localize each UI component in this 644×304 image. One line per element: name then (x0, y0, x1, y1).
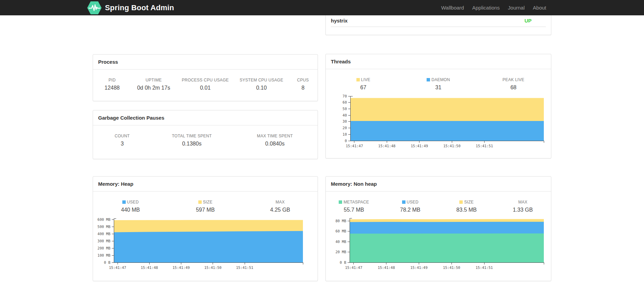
metric-value: 3 (93, 141, 151, 147)
metric-value: 440 MB (93, 207, 168, 213)
metric-label: LIVE (326, 77, 401, 82)
nav-item-about[interactable]: About (529, 0, 551, 15)
series-daemon (350, 121, 544, 141)
svg-text:15:41:48: 15:41:48 (378, 265, 395, 270)
series-used (114, 231, 303, 262)
metric-label: SYSTEM CPU USAGE (234, 78, 288, 82)
legend-square-icon (356, 78, 360, 81)
threads-metrics: LIVE67DAEMON31PEAK LIVE68 (326, 69, 551, 94)
metric-daemon: DAEMON31 (401, 77, 476, 94)
metric-label: PID (93, 78, 131, 82)
metric-peak-live: PEAK LIVE68 (476, 77, 551, 94)
svg-text:0 B: 0 B (340, 260, 346, 264)
svg-text:200 MB: 200 MB (97, 246, 110, 250)
metric-pid: PID12488 (93, 78, 131, 91)
metric-label: MAX TIME SPENT (232, 134, 318, 138)
metric-label: PROCESS CPU USAGE (176, 78, 234, 82)
svg-text:15:41:51: 15:41:51 (236, 265, 254, 270)
svg-text:15:41:47: 15:41:47 (346, 144, 363, 148)
memory-nonheap-panel: Memory: Non heap METASPACE55.7 MBUSED78.… (325, 176, 551, 281)
metric-value: 4.25 GB (243, 207, 318, 213)
legend-square-icon (339, 200, 342, 204)
metric-max-time-spent: MAX TIME SPENT0.0840s (232, 134, 318, 147)
metric-value: 0.1380s (151, 141, 232, 147)
metric-value: 0.0840s (232, 141, 318, 147)
threads-chart: 01020304050607015:41:4715:41:4815:41:491… (326, 94, 552, 149)
legend-square-icon (427, 78, 430, 81)
svg-text:80 MB: 80 MB (335, 219, 346, 223)
svg-text:15:41:47: 15:41:47 (345, 265, 363, 270)
memory-heap-panel: Memory: Heap USED440 MBSIZE597 MBMAX4.25… (93, 176, 318, 281)
metric-label: SIZE (168, 200, 243, 204)
svg-text:40: 40 (342, 113, 347, 117)
navbar-menu: Wallboard Applications Journal About (437, 0, 551, 15)
metric-label: TOTAL TIME SPENT (151, 134, 232, 138)
nav-item-wallboard[interactable]: Wallboard (437, 0, 468, 15)
nav-item-journal[interactable]: Journal (504, 0, 529, 15)
memory-heap-metrics: USED440 MBSIZE597 MBMAX4.25 GB (93, 192, 318, 216)
gc-pauses-panel: Garbage Collection Pauses COUNT3TOTAL TI… (93, 110, 318, 159)
svg-text:600 MB: 600 MB (97, 217, 110, 222)
metric-count: COUNT3 (93, 134, 151, 147)
nav-item-applications[interactable]: Applications (468, 0, 504, 15)
memory-nonheap-metrics: METASPACE55.7 MBUSED78.2 MBSIZE83.5 MBMA… (326, 192, 551, 216)
process-panel-title: Process (93, 55, 318, 70)
metric-value: 597 MB (168, 207, 243, 213)
threads-panel: Threads LIVE67DAEMON31PEAK LIVE68 010203… (325, 54, 551, 158)
metric-label: UPTIME (131, 78, 176, 82)
metric-metaspace: METASPACE55.7 MB (326, 200, 382, 216)
metric-label: COUNT (93, 134, 151, 138)
series-metaspace (350, 233, 544, 262)
application-status-panel: hystrix UP (325, 15, 551, 35)
svg-text:20: 20 (342, 126, 347, 130)
metric-max: MAX1.33 GB (495, 200, 551, 216)
metric-label: DAEMON (401, 77, 476, 82)
svg-text:15:41:49: 15:41:49 (410, 265, 428, 270)
svg-text:10: 10 (342, 132, 347, 136)
threads-panel-title: Threads (326, 54, 551, 69)
svg-text:400 MB: 400 MB (97, 232, 110, 236)
metric-size: SIZE83.5 MB (439, 200, 495, 216)
metric-value: 0d 0h 2m 17s (131, 85, 176, 91)
svg-text:40 MB: 40 MB (335, 240, 346, 244)
application-name[interactable]: hystrix (331, 18, 348, 24)
svg-text:60 MB: 60 MB (335, 229, 346, 233)
brand-title: Spring Boot Admin (105, 3, 174, 12)
legend-square-icon (402, 200, 405, 204)
application-row[interactable]: hystrix UP (331, 15, 546, 27)
svg-text:15:41:49: 15:41:49 (411, 144, 428, 148)
metric-label: USED (382, 200, 438, 204)
process-metrics: PID12488UPTIME0d 0h 2m 17sPROCESS CPU US… (93, 70, 318, 91)
svg-text:500 MB: 500 MB (97, 225, 110, 229)
svg-text:15:41:50: 15:41:50 (443, 144, 461, 148)
metric-value: 55.7 MB (326, 207, 382, 213)
main-content: hystrix UP Process PID12488UPTIME0d 0h 2… (93, 15, 551, 298)
process-panel: Process PID12488UPTIME0d 0h 2m 17sPROCES… (93, 54, 318, 101)
svg-text:15:41:48: 15:41:48 (378, 144, 396, 148)
legend-square-icon (459, 200, 463, 204)
metric-label: PEAK LIVE (476, 77, 551, 82)
pulse-hexagon-logo-icon (87, 1, 102, 15)
metric-label: MAX (243, 200, 318, 204)
metric-label: SIZE (439, 200, 495, 204)
metric-value: 78.2 MB (382, 207, 438, 213)
svg-text:0 B: 0 B (104, 260, 110, 264)
metric-label: USED (93, 200, 168, 204)
metric-value: 31 (401, 85, 476, 91)
svg-text:20 MB: 20 MB (335, 250, 346, 254)
svg-text:15:41:49: 15:41:49 (172, 265, 190, 270)
metric-value: 68 (476, 85, 551, 91)
memory-nonheap-panel-title: Memory: Non heap (326, 177, 551, 192)
metric-label: MAX (495, 200, 551, 204)
application-status-badge: UP (524, 18, 546, 24)
metric-cpus: CPUS8 (288, 78, 318, 91)
metric-used: USED440 MB (93, 200, 168, 216)
svg-text:15:41:50: 15:41:50 (443, 265, 460, 270)
svg-text:15:41:51: 15:41:51 (476, 144, 493, 148)
metric-label: METASPACE (326, 200, 382, 204)
svg-text:15:41:51: 15:41:51 (476, 265, 493, 270)
metric-value: 0.10 (234, 85, 288, 91)
metric-value: 12488 (93, 85, 131, 91)
memory-heap-panel-title: Memory: Heap (93, 177, 318, 192)
brand[interactable]: Spring Boot Admin (87, 1, 174, 15)
